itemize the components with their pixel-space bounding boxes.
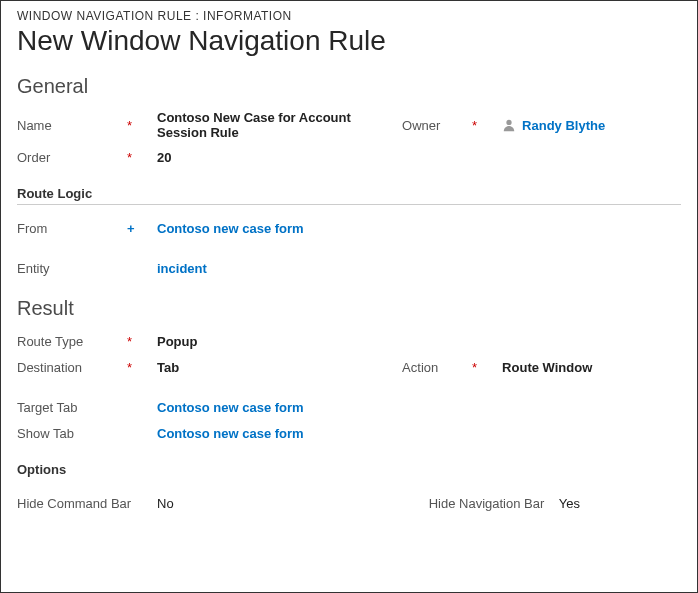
row-from: From + Contoso new case form — [17, 215, 681, 241]
name-label: Name — [17, 118, 127, 133]
section-result-heading: Result — [17, 297, 681, 320]
row-route-type: Route Type * Popup — [17, 328, 681, 354]
destination-required-icon: * — [127, 360, 157, 375]
target-tab-label: Target Tab — [17, 400, 157, 415]
show-tab-field[interactable]: Contoso new case form — [157, 426, 681, 441]
row-target-tab: Target Tab Contoso new case form — [17, 394, 681, 420]
row-name-owner: Name * Contoso New Case for Account Sess… — [17, 106, 681, 144]
entity-field[interactable]: incident — [157, 261, 681, 276]
order-field[interactable]: 20 — [157, 150, 402, 165]
section-general-heading: General — [17, 75, 681, 98]
hide-command-bar-label: Hide Command Bar — [17, 496, 157, 511]
owner-link[interactable]: Randy Blythe — [522, 118, 605, 133]
from-field[interactable]: Contoso new case form — [157, 221, 681, 236]
from-recommended-icon: + — [127, 221, 157, 236]
name-field[interactable]: Contoso New Case for Account Session Rul… — [157, 110, 402, 140]
owner-label: Owner — [402, 118, 472, 133]
subsection-route-logic: Route Logic — [17, 186, 681, 205]
hide-command-bar-field[interactable]: No — [157, 496, 429, 511]
route-type-field[interactable]: Popup — [157, 334, 681, 349]
row-order: Order * 20 — [17, 144, 681, 170]
row-entity: Entity incident — [17, 255, 681, 281]
row-show-tab: Show Tab Contoso new case form — [17, 420, 681, 446]
order-label: Order — [17, 150, 127, 165]
subsection-options: Options — [17, 462, 681, 480]
hide-nav-bar-label: Hide Navigation Bar — [429, 496, 559, 511]
row-destination-action: Destination * Tab Action * Route Window — [17, 354, 681, 380]
entity-label: Entity — [17, 261, 127, 276]
action-field[interactable]: Route Window — [502, 360, 681, 375]
target-tab-field[interactable]: Contoso new case form — [157, 400, 681, 415]
route-type-required-icon: * — [127, 334, 157, 349]
person-icon — [502, 118, 516, 132]
order-required-icon: * — [127, 150, 157, 165]
destination-field[interactable]: Tab — [157, 360, 402, 375]
destination-label: Destination — [17, 360, 127, 375]
owner-required-icon: * — [472, 118, 502, 133]
page-title: New Window Navigation Rule — [17, 25, 681, 57]
from-label: From — [17, 221, 127, 236]
owner-field[interactable]: Randy Blythe — [502, 118, 605, 133]
action-label: Action — [402, 360, 472, 375]
name-required-icon: * — [127, 118, 157, 133]
form-window: WINDOW NAVIGATION RULE : INFORMATION New… — [0, 0, 698, 593]
hide-nav-bar-field[interactable]: Yes — [559, 496, 681, 511]
action-required-icon: * — [472, 360, 502, 375]
svg-point-0 — [506, 120, 511, 125]
show-tab-label: Show Tab — [17, 426, 157, 441]
breadcrumb: WINDOW NAVIGATION RULE : INFORMATION — [17, 9, 681, 23]
route-type-label: Route Type — [17, 334, 127, 349]
row-options: Hide Command Bar No Hide Navigation Bar … — [17, 490, 681, 516]
